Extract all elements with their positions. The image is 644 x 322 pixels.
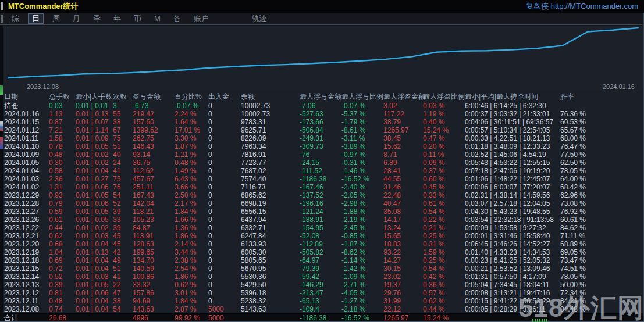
- cell-maxfu: 8.71: [383, 151, 423, 159]
- cell-pnl: 113.91: [133, 232, 175, 240]
- column-header[interactable]: 胜率: [560, 91, 644, 102]
- cell-pnl: 33.32: [133, 281, 175, 289]
- cell-balance: 9625.71: [241, 126, 300, 134]
- column-header[interactable]: 最小|平均|最大持仓时间: [465, 91, 560, 102]
- cell-lots: 0.48: [49, 151, 76, 159]
- column-header[interactable]: 日期: [4, 91, 49, 102]
- column-header[interactable]: 总手数: [49, 91, 76, 102]
- menu-item-M[interactable]: M: [150, 13, 165, 24]
- taskbar-peek-indicator: [532, 319, 548, 322]
- cell-times: 0:00:57 | 5:10:34 | 22:54:05: [465, 126, 560, 134]
- menu-item-年[interactable]: 年: [109, 13, 125, 24]
- cell-maxfu: 19.37: [383, 281, 423, 289]
- column-header[interactable]: 最大浮亏金额: [300, 91, 341, 102]
- table-row[interactable]: 2024.01.021.310.01 | 0.0676251.113.66 %0…: [0, 183, 644, 191]
- cell-inout: 0: [208, 142, 241, 151]
- menu-item-日[interactable]: 日: [28, 13, 44, 24]
- cell-pnl: 157.60: [133, 118, 175, 126]
- column-header[interactable]: 最大浮盈比例: [423, 91, 465, 102]
- menu-item-月[interactable]: 月: [69, 13, 84, 24]
- column-header[interactable]: 最大浮盈金额: [383, 91, 423, 102]
- cell-pnl: 36.75: [133, 159, 175, 167]
- cell-date: 2023.12.28: [4, 199, 49, 207]
- table-row[interactable]: 2024.01.111.580.01 | 0.0975262.753.30 %0…: [0, 134, 644, 142]
- table-row[interactable]: 2023.12.180.690.01 | 0.0449134.702.38 %0…: [0, 256, 644, 264]
- cell-inout: 0: [208, 159, 241, 167]
- cell-maxddp: -0.85 %: [341, 232, 383, 240]
- table-row[interactable]: 持仓0.030.01 | 0.013-6.73-0.07 %010002.73-…: [0, 102, 644, 110]
- table-row[interactable]: 2023.12.150.720.01 | 0.0451140.592.54 %0…: [0, 264, 644, 273]
- column-header[interactable]: 次数: [113, 91, 133, 102]
- column-header[interactable]: 最大浮亏比例: [341, 91, 383, 102]
- menu-item-季[interactable]: 季: [89, 13, 105, 24]
- cell-times: 0:01:31 | 0:57:50 | 4:17:09: [465, 273, 560, 281]
- cell-times: 0:07:18 | 2:47:06 | 10:19:20: [465, 167, 560, 175]
- table-row[interactable]: 2023.12.140.520.01 | 0.0341100.861.86 %0…: [0, 273, 644, 281]
- column-header[interactable]: 余额: [241, 91, 300, 102]
- cell-balance: 6437.94: [241, 216, 300, 224]
- cell-inout: 0: [208, 264, 241, 273]
- cell-minmax: 0.01 | 0.05: [76, 281, 113, 289]
- table-row[interactable]: 2023.12.210.620.01 | 0.0345113.911.86 %0…: [0, 232, 644, 240]
- table-row[interactable]: 2023.12.280.790.01 | 0.0652142.042.17 %0…: [0, 199, 644, 207]
- cell-maxdd: -1186.38: [300, 175, 341, 183]
- cell-maxddp: -2.18 %: [341, 305, 383, 313]
- table-row[interactable]: 2024.01.040.580.01 | 0.0441112.621.49 %0…: [0, 167, 644, 175]
- table-row[interactable]: 2023.12.200.680.01 | 0.0445128.632.14 %0…: [0, 240, 644, 248]
- chart-start-date-label: 2023.12.08: [27, 83, 59, 90]
- cell-pct: 1.84 %: [175, 297, 208, 305]
- menu-item-综[interactable]: 综: [8, 13, 23, 24]
- menu-item-币[interactable]: 币: [130, 13, 145, 24]
- table-row[interactable]: 2024.01.100.780.01 | 0.0551146.431.87 %0…: [0, 142, 644, 151]
- table-row[interactable]: 2023.12.220.440.01 | 0.023984.871.36 %06…: [0, 224, 644, 232]
- cell-winrate: 76.36 %: [560, 110, 644, 118]
- menu-item-周[interactable]: 周: [48, 13, 64, 24]
- cell-pnl: 93.14: [133, 151, 175, 159]
- cell-maxddp: -0.97 %: [341, 151, 383, 159]
- menu-item-账户[interactable]: 账户: [190, 13, 213, 24]
- menu-item-轨迹[interactable]: 轨迹: [248, 13, 271, 24]
- table-row[interactable]: 2024.01.161.130.01 | 0.1355219.422.24 %0…: [0, 110, 644, 118]
- cell-minmax: 0.01 | 0.04: [76, 264, 113, 273]
- cell-pct: 2.24 %: [175, 110, 208, 118]
- cell-minmax: 0.01 | 0.05: [76, 142, 113, 151]
- table-row[interactable]: 2024.01.127.210.01 | 1.14671399.6217.01 …: [0, 126, 644, 134]
- cell-winrate: 84.62 %: [560, 224, 644, 232]
- cell-count: 22: [113, 281, 133, 289]
- column-header[interactable]: 盈亏金额: [133, 91, 175, 102]
- column-header[interactable]: 出入金: [208, 91, 241, 102]
- column-header[interactable]: 百分比%: [175, 91, 208, 102]
- cell-minmax: 0.01 | 0.05: [76, 191, 113, 199]
- table-row[interactable]: 2023.12.290.930.01 | 0.0554167.432.50 %0…: [0, 191, 644, 199]
- table-row[interactable]: 2023.12.270.590.01 | 0.0539118.211.84 %0…: [0, 207, 644, 216]
- brand-link[interactable]: 复盘侠 http://MTCommander.com: [526, 1, 638, 12]
- menu-item-备[interactable]: 备: [169, 13, 185, 24]
- cell-pct: 1.86 %: [175, 232, 208, 240]
- table-row[interactable]: 2024.01.150.870.01 | 0.0738157.601.64 %0…: [0, 118, 644, 126]
- desktop-edge-strip: [0, 26, 3, 321]
- table-row[interactable]: 2023.12.130.390.01 | 0.052233.320.62 %05…: [0, 281, 644, 289]
- cell-maxfup: 0.45 %: [423, 183, 465, 191]
- table-row[interactable]: 2023.12.191.040.01 | 0.1342199.653.44 %0…: [0, 248, 644, 256]
- cell-maxfu: 22.48: [383, 191, 423, 199]
- cell-lots: 0.59: [49, 207, 76, 216]
- cell-maxfup: 0.47 %: [423, 134, 465, 142]
- cell-winrate: 60.61 %: [560, 216, 644, 224]
- table-row[interactable]: 2023.12.260.610.01 | 0.0533105.231.66 %0…: [0, 216, 644, 224]
- cell-maxddp: -1.46 %: [341, 167, 383, 175]
- table-row[interactable]: 2024.01.090.480.01 | 0.024093.141.21 %07…: [0, 151, 644, 159]
- cell-balance: 6556.15: [241, 207, 300, 216]
- table-row[interactable]: 2024.01.050.300.01 | 0.022436.750.48 %07…: [0, 159, 644, 167]
- cell-maxdd: -138.91: [300, 216, 341, 224]
- cell-minmax: 0.01 | 0.02: [76, 151, 113, 159]
- cell-maxfup: 0.44 %: [423, 305, 465, 313]
- cell-pnl: 105.23: [133, 216, 175, 224]
- cell-lots: 2.36: [49, 175, 76, 183]
- cell-inout: 0: [208, 175, 241, 183]
- column-header[interactable]: 最小|大手数: [76, 91, 113, 102]
- cell-pnl: 94.69: [133, 297, 175, 305]
- table-row[interactable]: 2024.01.032.360.01 | 0.2775457.676.43 %0…: [0, 175, 644, 183]
- cell-maxfu: 6.89: [383, 159, 423, 167]
- cell-count: 75: [113, 175, 133, 183]
- cell-maxfup: 0.22 %: [423, 216, 465, 224]
